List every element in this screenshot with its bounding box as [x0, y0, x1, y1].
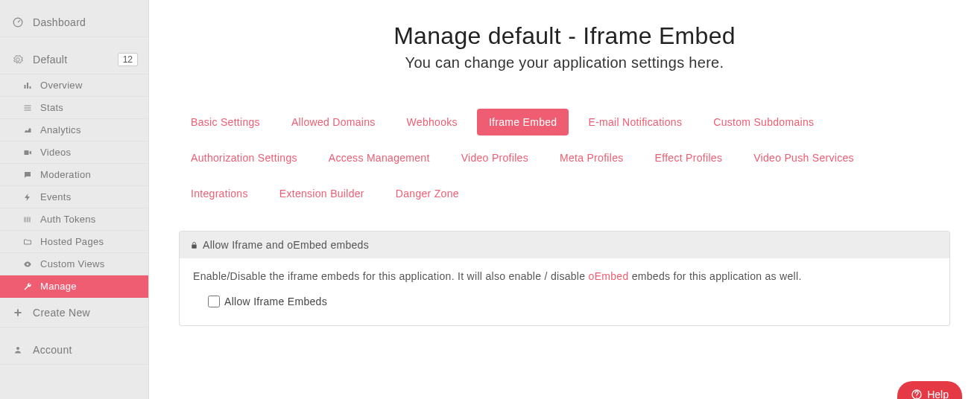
help-label: Help [927, 389, 949, 399]
sidebar-label: Manage [40, 281, 138, 292]
panel-desc-before: Enable/Disable the iframe embeds for thi… [193, 270, 589, 282]
eye-icon [21, 260, 34, 269]
tab-allowed-domains[interactable]: Allowed Domains [279, 109, 388, 135]
tab-basic-settings[interactable]: Basic Settings [179, 109, 272, 135]
tab-integrations[interactable]: Integrations [179, 180, 260, 207]
svg-rect-3 [30, 86, 31, 89]
plus-icon [10, 308, 25, 317]
sidebar-item-hosted-pages[interactable]: Hosted Pages [0, 231, 148, 253]
svg-rect-9 [26, 217, 27, 222]
svg-rect-4 [25, 105, 31, 106]
sidebar-label: Auth Tokens [40, 214, 138, 225]
panel-header: Allow Iframe and oEmbed embeds [180, 232, 949, 258]
help-icon [911, 389, 923, 399]
sidebar-item-account[interactable]: Account [0, 335, 148, 365]
oembed-link[interactable]: oEmbed [589, 270, 629, 282]
page-title: Manage default - Iframe Embed [179, 22, 950, 50]
gear-icon [10, 54, 25, 65]
main-content: Manage default - Iframe Embed You can ch… [149, 0, 980, 399]
help-button[interactable]: Help [897, 381, 962, 399]
svg-rect-1 [25, 85, 26, 89]
user-icon [10, 345, 25, 354]
tab-authorization-settings[interactable]: Authorization Settings [179, 144, 309, 171]
tab-webhooks[interactable]: Webhooks [395, 109, 470, 135]
sidebar-label: Overview [40, 80, 138, 91]
sidebar-label: Hosted Pages [40, 236, 138, 247]
sidebar-item-create-new[interactable]: Create New [0, 298, 148, 328]
sidebar-label: Dashboard [33, 16, 138, 28]
tab-danger-zone[interactable]: Danger Zone [384, 180, 471, 207]
panel-body: Enable/Disable the iframe embeds for thi… [180, 258, 949, 325]
sidebar-item-dashboard[interactable]: Dashboard [0, 7, 148, 37]
badge: 12 [118, 53, 138, 66]
sidebar-label: Stats [40, 102, 138, 113]
lock-icon [190, 241, 198, 249]
svg-rect-14 [15, 312, 22, 313]
svg-rect-5 [25, 107, 31, 108]
sidebar-item-manage[interactable]: Manage [0, 275, 148, 298]
svg-point-18 [917, 397, 917, 398]
svg-rect-6 [25, 109, 31, 110]
svg-rect-11 [28, 217, 29, 222]
allow-iframe-label[interactable]: Allow Iframe Embeds [224, 296, 327, 307]
barcode-icon [21, 215, 34, 224]
sidebar-item-analytics[interactable]: Analytics [0, 119, 148, 141]
tab-meta-profiles[interactable]: Meta Profiles [548, 144, 636, 171]
svg-rect-12 [30, 217, 31, 222]
dashboard-icon [10, 17, 25, 28]
sidebar: Dashboard Default 12 Overview Stats [0, 0, 149, 399]
svg-rect-2 [27, 83, 28, 89]
sidebar-label: Videos [40, 147, 138, 158]
tab-extension-builder[interactable]: Extension Builder [268, 180, 376, 207]
svg-rect-8 [25, 217, 25, 222]
tab-video-profiles[interactable]: Video Profiles [449, 144, 540, 171]
svg-point-15 [16, 347, 19, 350]
tab-e-mail-notifications[interactable]: E-mail Notifications [576, 109, 694, 135]
sidebar-label: Events [40, 191, 138, 202]
sidebar-label: Create New [33, 307, 138, 319]
area-chart-icon [21, 126, 34, 135]
chart-bar-icon [21, 81, 34, 90]
page-subtitle: You can change your application settings… [179, 54, 950, 71]
sidebar-item-events[interactable]: Events [0, 186, 148, 208]
tab-effect-profiles[interactable]: Effect Profiles [643, 144, 735, 171]
tab-custom-subdomains[interactable]: Custom Subdomains [701, 109, 826, 135]
sidebar-item-moderation[interactable]: Moderation [0, 164, 148, 186]
sidebar-label: Default [33, 54, 118, 66]
sidebar-item-videos[interactable]: Videos [0, 141, 148, 164]
svg-rect-16 [192, 244, 196, 248]
panel-header-text: Allow Iframe and oEmbed embeds [203, 239, 369, 251]
sidebar-label: Account [33, 344, 138, 356]
svg-rect-10 [27, 217, 28, 222]
sidebar-item-stats[interactable]: Stats [0, 97, 148, 119]
settings-tabs: Basic SettingsAllowed DomainsWebhooksIfr… [179, 109, 950, 216]
svg-rect-7 [25, 150, 29, 155]
sidebar-item-overview[interactable]: Overview [0, 74, 148, 97]
sidebar-item-custom-views[interactable]: Custom Views [0, 253, 148, 275]
tab-video-push-services[interactable]: Video Push Services [742, 144, 866, 171]
folder-icon [21, 237, 34, 246]
tab-access-management[interactable]: Access Management [317, 144, 442, 171]
iframe-embed-panel: Allow Iframe and oEmbed embeds Enable/Di… [179, 231, 950, 326]
sidebar-item-default[interactable]: Default 12 [0, 45, 148, 74]
allow-iframe-checkbox[interactable] [208, 296, 220, 307]
panel-desc-after: embeds for this application as well. [629, 270, 802, 282]
list-icon [21, 103, 34, 112]
video-icon [21, 148, 34, 157]
tab-iframe-embed[interactable]: Iframe Embed [477, 109, 569, 135]
sidebar-item-auth-tokens[interactable]: Auth Tokens [0, 208, 148, 231]
bolt-icon [21, 193, 34, 202]
sidebar-label: Custom Views [40, 258, 138, 269]
comment-icon [21, 170, 34, 179]
wrench-icon [21, 282, 34, 291]
sidebar-label: Moderation [40, 169, 138, 180]
sidebar-label: Analytics [40, 124, 138, 135]
